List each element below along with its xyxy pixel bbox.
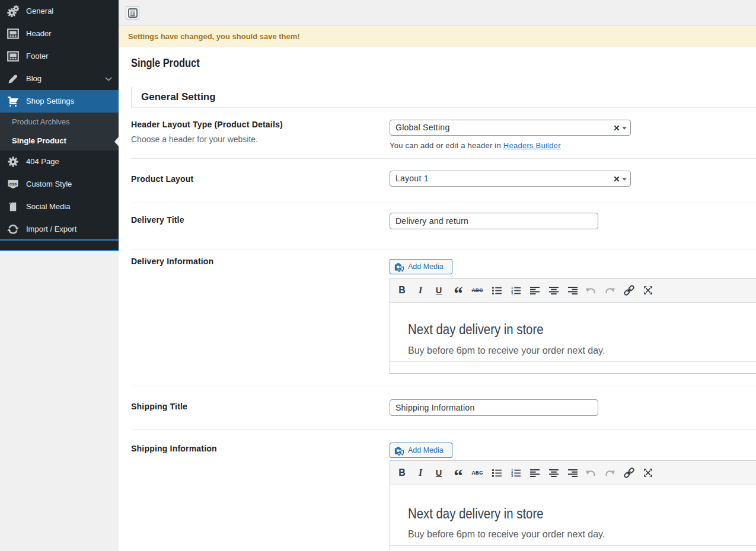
svg-text:css: css (9, 181, 17, 187)
svg-text:3: 3 (511, 474, 513, 477)
svg-text:3: 3 (511, 291, 513, 294)
